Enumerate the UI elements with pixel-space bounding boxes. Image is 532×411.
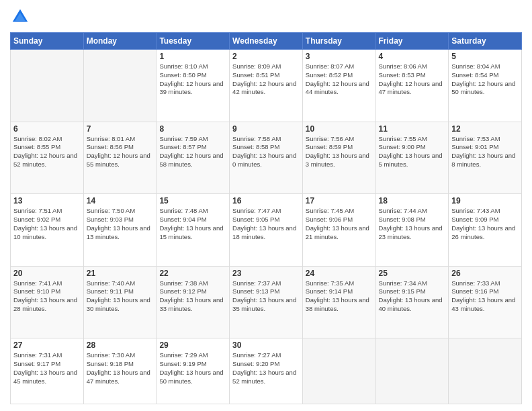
day-info: Sunrise: 7:29 AM Sunset: 9:19 PM Dayligh… [159,351,226,385]
calendar-cell: 26Sunrise: 7:33 AM Sunset: 9:16 PM Dayli… [449,266,522,338]
day-info: Sunrise: 7:30 AM Sunset: 9:18 PM Dayligh… [87,351,154,385]
calendar-cell: 11Sunrise: 7:55 AM Sunset: 9:00 PM Dayli… [375,122,449,194]
calendar-cell: 25Sunrise: 7:34 AM Sunset: 9:15 PM Dayli… [375,266,449,338]
day-info: Sunrise: 7:37 AM Sunset: 9:13 PM Dayligh… [232,279,300,314]
day-info: Sunrise: 8:01 AM Sunset: 8:56 PM Dayligh… [87,135,154,169]
day-number: 3 [306,52,373,61]
calendar-cell: 29Sunrise: 7:29 AM Sunset: 9:19 PM Dayli… [157,338,230,404]
day-info: Sunrise: 7:40 AM Sunset: 9:11 PM Dayligh… [87,279,154,314]
calendar-cell: 16Sunrise: 7:47 AM Sunset: 9:05 PM Dayli… [230,194,303,267]
day-header-tuesday: Tuesday [157,33,230,50]
day-number: 8 [159,124,226,134]
day-number: 28 [87,340,154,350]
day-number: 20 [13,269,81,278]
day-info: Sunrise: 7:59 AM Sunset: 8:57 PM Dayligh… [159,135,226,169]
day-number: 4 [379,52,446,61]
calendar-cell: 19Sunrise: 7:43 AM Sunset: 9:09 PM Dayli… [449,194,522,267]
calendar-cell [83,50,157,122]
calendar-cell [375,338,449,404]
day-info: Sunrise: 7:38 AM Sunset: 9:12 PM Dayligh… [159,279,226,314]
day-info: Sunrise: 7:56 AM Sunset: 8:59 PM Dayligh… [306,135,373,169]
calendar-cell: 8Sunrise: 7:59 AM Sunset: 8:57 PM Daylig… [157,122,230,194]
day-number: 17 [306,196,373,205]
day-info: Sunrise: 8:09 AM Sunset: 8:51 PM Dayligh… [232,62,300,97]
day-info: Sunrise: 7:33 AM Sunset: 9:16 PM Dayligh… [451,279,519,314]
calendar-cell [302,338,375,404]
day-header-friday: Friday [375,33,449,50]
day-number: 16 [232,196,300,205]
calendar-cell: 30Sunrise: 7:27 AM Sunset: 9:20 PM Dayli… [230,338,303,404]
calendar-cell: 17Sunrise: 7:45 AM Sunset: 9:06 PM Dayli… [302,194,375,267]
day-number: 14 [87,196,154,205]
day-info: Sunrise: 7:48 AM Sunset: 9:04 PM Dayligh… [159,207,226,241]
day-number: 11 [379,124,446,134]
logo-icon [10,7,30,27]
calendar-cell: 10Sunrise: 7:56 AM Sunset: 8:59 PM Dayli… [302,122,375,194]
calendar: SundayMondayTuesdayWednesdayThursdayFrid… [10,32,522,404]
day-number: 27 [13,340,81,350]
calendar-cell: 23Sunrise: 7:37 AM Sunset: 9:13 PM Dayli… [230,266,303,338]
day-header-wednesday: Wednesday [230,33,303,50]
day-info: Sunrise: 7:50 AM Sunset: 9:03 PM Dayligh… [87,207,154,241]
calendar-cell: 7Sunrise: 8:01 AM Sunset: 8:56 PM Daylig… [83,122,157,194]
calendar-cell: 2Sunrise: 8:09 AM Sunset: 8:51 PM Daylig… [230,50,303,122]
calendar-cell [11,50,84,122]
day-number: 12 [451,124,519,134]
day-info: Sunrise: 7:47 AM Sunset: 9:05 PM Dayligh… [232,207,300,241]
header [10,7,522,27]
day-info: Sunrise: 7:34 AM Sunset: 9:15 PM Dayligh… [379,279,446,314]
calendar-cell: 4Sunrise: 8:06 AM Sunset: 8:53 PM Daylig… [375,50,449,122]
day-header-sunday: Sunday [11,33,84,50]
day-header-thursday: Thursday [302,33,375,50]
day-number: 6 [13,124,81,134]
day-info: Sunrise: 7:53 AM Sunset: 9:01 PM Dayligh… [451,135,519,169]
calendar-cell [449,338,522,404]
day-header-monday: Monday [83,33,157,50]
day-number: 1 [159,52,226,61]
day-number: 25 [379,269,446,278]
day-number: 5 [451,52,519,61]
calendar-cell: 28Sunrise: 7:30 AM Sunset: 9:18 PM Dayli… [83,338,157,404]
calendar-cell: 15Sunrise: 7:48 AM Sunset: 9:04 PM Dayli… [157,194,230,267]
day-info: Sunrise: 7:43 AM Sunset: 9:09 PM Dayligh… [451,207,519,241]
day-header-saturday: Saturday [449,33,522,50]
day-info: Sunrise: 8:02 AM Sunset: 8:55 PM Dayligh… [13,135,81,169]
day-info: Sunrise: 7:55 AM Sunset: 9:00 PM Dayligh… [379,135,446,169]
day-number: 30 [232,340,300,350]
calendar-cell: 20Sunrise: 7:41 AM Sunset: 9:10 PM Dayli… [11,266,84,338]
calendar-cell: 13Sunrise: 7:51 AM Sunset: 9:02 PM Dayli… [11,194,84,267]
calendar-cell: 21Sunrise: 7:40 AM Sunset: 9:11 PM Dayli… [83,266,157,338]
page: SundayMondayTuesdayWednesdayThursdayFrid… [0,0,532,411]
day-number: 13 [13,196,81,205]
calendar-cell: 6Sunrise: 8:02 AM Sunset: 8:55 PM Daylig… [11,122,84,194]
calendar-week-2: 6Sunrise: 8:02 AM Sunset: 8:55 PM Daylig… [11,122,522,194]
calendar-cell: 24Sunrise: 7:35 AM Sunset: 9:14 PM Dayli… [302,266,375,338]
calendar-cell: 5Sunrise: 8:04 AM Sunset: 8:54 PM Daylig… [449,50,522,122]
day-number: 2 [232,52,300,61]
day-info: Sunrise: 7:41 AM Sunset: 9:10 PM Dayligh… [13,279,81,314]
calendar-week-4: 20Sunrise: 7:41 AM Sunset: 9:10 PM Dayli… [11,266,522,338]
day-number: 23 [232,269,300,278]
day-number: 18 [379,196,446,205]
calendar-cell: 27Sunrise: 7:31 AM Sunset: 9:17 PM Dayli… [11,338,84,404]
day-number: 26 [451,269,519,278]
calendar-header-row: SundayMondayTuesdayWednesdayThursdayFrid… [11,33,522,50]
day-info: Sunrise: 8:07 AM Sunset: 8:52 PM Dayligh… [306,62,373,97]
day-info: Sunrise: 8:04 AM Sunset: 8:54 PM Dayligh… [451,62,519,97]
day-number: 9 [232,124,300,134]
day-info: Sunrise: 7:31 AM Sunset: 9:17 PM Dayligh… [13,351,81,385]
day-info: Sunrise: 7:51 AM Sunset: 9:02 PM Dayligh… [13,207,81,241]
day-info: Sunrise: 8:06 AM Sunset: 8:53 PM Dayligh… [379,62,446,97]
calendar-week-5: 27Sunrise: 7:31 AM Sunset: 9:17 PM Dayli… [11,338,522,404]
day-number: 15 [159,196,226,205]
calendar-cell: 12Sunrise: 7:53 AM Sunset: 9:01 PM Dayli… [449,122,522,194]
day-number: 7 [87,124,154,134]
day-info: Sunrise: 7:44 AM Sunset: 9:08 PM Dayligh… [379,207,446,241]
calendar-cell: 18Sunrise: 7:44 AM Sunset: 9:08 PM Dayli… [375,194,449,267]
day-info: Sunrise: 7:58 AM Sunset: 8:58 PM Dayligh… [232,135,300,169]
day-number: 24 [306,269,373,278]
day-number: 10 [306,124,373,134]
day-info: Sunrise: 7:35 AM Sunset: 9:14 PM Dayligh… [306,279,373,314]
day-number: 29 [159,340,226,350]
day-info: Sunrise: 7:45 AM Sunset: 9:06 PM Dayligh… [306,207,373,241]
